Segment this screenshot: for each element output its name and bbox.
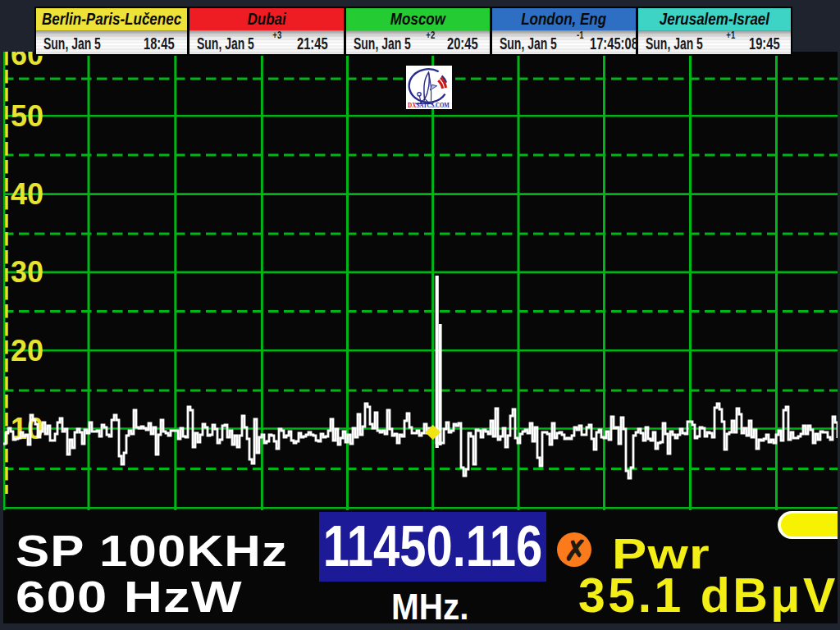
svg-text:20: 20 bbox=[11, 334, 43, 368]
svg-text:SATCS.COM: SATCS.COM bbox=[416, 101, 449, 108]
svg-text:50: 50 bbox=[11, 99, 43, 133]
svg-text:30: 30 bbox=[11, 255, 43, 289]
svg-text:DX: DX bbox=[408, 101, 417, 108]
svg-text:40: 40 bbox=[11, 177, 43, 211]
